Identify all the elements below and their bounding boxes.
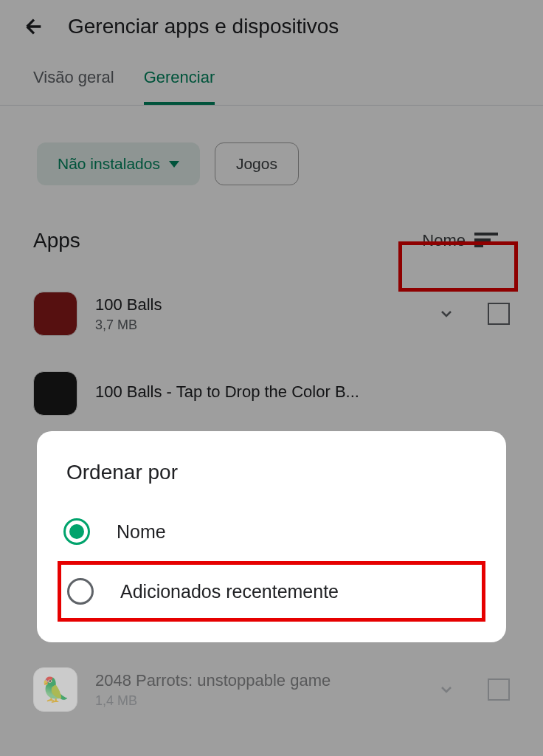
app-icon: 🦜 — [33, 667, 77, 712]
radio-label: Nome — [117, 521, 166, 543]
app-size: 1,4 MB — [95, 693, 420, 709]
sort-dialog: Ordenar por Nome Adicionados recentement… — [37, 431, 506, 642]
app-name: 2048 Parrots: unstoppable game — [95, 671, 420, 690]
radio-option-name[interactable]: Nome — [37, 502, 506, 561]
chevron-down-icon[interactable] — [437, 681, 455, 698]
app-row[interactable]: 🦜 2048 Parrots: unstoppable game 1,4 MB — [33, 650, 510, 729]
radio-icon — [63, 518, 90, 545]
app-checkbox[interactable] — [488, 678, 510, 701]
dialog-title: Ordenar por — [37, 461, 506, 502]
radio-label: Adicionados recentemente — [120, 581, 339, 602]
radio-icon — [67, 578, 94, 605]
modal-overlay[interactable]: Ordenar por Nome Adicionados recentement… — [0, 0, 543, 756]
radio-option-recent[interactable]: Adicionados recentemente — [58, 561, 485, 622]
